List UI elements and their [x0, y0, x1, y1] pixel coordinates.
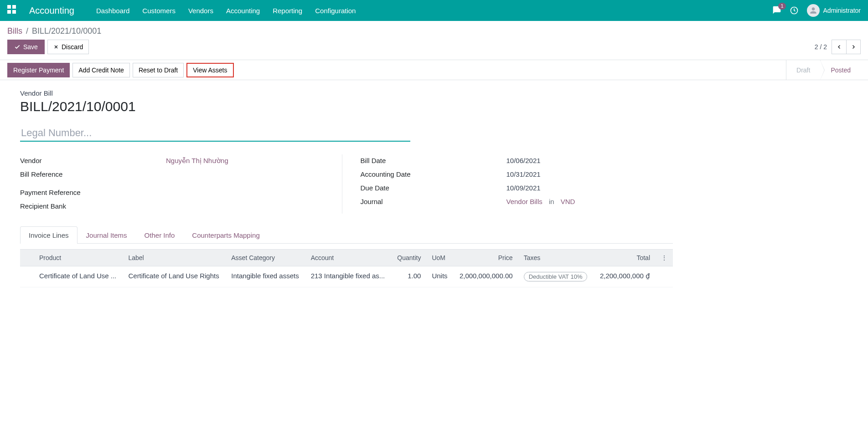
menu-reporting[interactable]: Reporting	[273, 7, 302, 15]
payment-reference-value[interactable]	[166, 189, 333, 198]
register-payment-button[interactable]: Register Payment	[7, 63, 70, 77]
activities-icon[interactable]	[790, 6, 799, 15]
reset-to-draft-button[interactable]: Reset to Draft	[133, 63, 184, 77]
discard-button-label: Discard	[62, 43, 83, 51]
bill-reference-value[interactable]	[166, 170, 333, 179]
col-options-icon[interactable]: ⋮	[656, 250, 673, 266]
recipient-bank-label: Recipient Bank	[20, 202, 166, 211]
journal-currency[interactable]: VND	[561, 198, 575, 205]
apps-icon[interactable]	[7, 5, 18, 16]
add-credit-note-button[interactable]: Add Credit Note	[72, 63, 130, 77]
invoice-lines-table: Product Label Asset Category Account Qua…	[20, 249, 673, 287]
action-bar: Register Payment Add Credit Note Reset t…	[0, 60, 868, 80]
col-price[interactable]: Price	[453, 250, 518, 266]
col-asset-category[interactable]: Asset Category	[226, 250, 305, 266]
cell-uom[interactable]: Units	[426, 266, 453, 287]
view-assets-button[interactable]: View Assets	[186, 63, 233, 77]
table-header-row: Product Label Asset Category Account Qua…	[20, 250, 673, 266]
pager: 2 / 2	[815, 40, 861, 54]
cell-product[interactable]: Certificate of Land Use ...	[34, 266, 123, 287]
discard-button[interactable]: Discard	[47, 40, 89, 54]
messaging-icon[interactable]: 1	[772, 5, 781, 16]
col-product[interactable]: Product	[34, 250, 123, 266]
close-icon	[53, 44, 59, 50]
bill-reference-label: Bill Reference	[20, 170, 166, 179]
due-date-label: Due Date	[361, 184, 506, 193]
breadcrumb-separator: /	[26, 26, 28, 36]
cell-quantity[interactable]: 1.00	[391, 266, 426, 287]
journal-in: in	[549, 198, 554, 205]
tab-counterparts-mapping[interactable]: Counterparts Mapping	[183, 226, 268, 244]
menu-customers[interactable]: Customers	[142, 7, 176, 15]
user-name: Administrator	[823, 7, 861, 14]
cell-account[interactable]: 213 Intangible fixed as...	[305, 266, 392, 287]
save-button[interactable]: Save	[7, 40, 45, 54]
pager-text[interactable]: 2 / 2	[815, 43, 827, 51]
page-title: BILL/2021/10/0001	[20, 99, 673, 114]
form-sheet: Vendor Bill BILL/2021/10/0001 Vendor Ngu…	[0, 80, 693, 296]
pager-next-button[interactable]	[846, 40, 861, 54]
tabs: Invoice Lines Journal Items Other Info C…	[20, 226, 673, 244]
journal-label: Journal	[361, 198, 506, 207]
journal-value: Vendor Bills in VND	[506, 198, 673, 207]
status-posted[interactable]: Posted	[820, 60, 861, 80]
bill-date-value[interactable]: 10/06/2021	[506, 157, 673, 166]
col-label[interactable]: Label	[123, 250, 226, 266]
cell-asset-category[interactable]: Intangible fixed assets	[226, 266, 305, 287]
save-button-label: Save	[23, 43, 38, 51]
recipient-bank-value[interactable]	[166, 202, 333, 211]
chevron-right-icon	[851, 44, 856, 50]
chevron-left-icon	[837, 44, 842, 50]
breadcrumb-root[interactable]: Bills	[7, 26, 22, 36]
navbar-right: 1 Administrator	[772, 4, 861, 17]
due-date-value[interactable]: 10/09/2021	[506, 184, 673, 193]
avatar-icon	[807, 4, 820, 17]
col-total[interactable]: Total	[594, 250, 656, 266]
tab-invoice-lines[interactable]: Invoice Lines	[20, 226, 78, 244]
col-account[interactable]: Account	[305, 250, 392, 266]
accounting-date-value[interactable]: 10/31/2021	[506, 170, 673, 179]
cell-price[interactable]: 2,000,000,000.00	[453, 266, 518, 287]
control-panel: Bills / BILL/2021/10/0001 Save Discard 2…	[0, 21, 868, 60]
col-quantity[interactable]: Quantity	[391, 250, 426, 266]
row-handle-icon[interactable]	[20, 266, 34, 287]
payment-reference-label: Payment Reference	[20, 189, 166, 198]
status-bar: Draft Posted	[786, 60, 861, 80]
journal-name[interactable]: Vendor Bills	[506, 198, 542, 205]
menu-configuration[interactable]: Configuration	[315, 7, 356, 15]
tab-other-info[interactable]: Other Info	[136, 226, 184, 244]
menu-vendors[interactable]: Vendors	[188, 7, 213, 15]
app-title[interactable]: Accounting	[29, 5, 74, 16]
vendor-value[interactable]: Nguyễn Thị Nhường	[166, 157, 333, 166]
user-menu[interactable]: Administrator	[807, 4, 861, 17]
vendor-label: Vendor	[20, 157, 166, 166]
col-uom[interactable]: UoM	[426, 250, 453, 266]
col-handle	[20, 250, 34, 266]
table-row[interactable]: Certificate of Land Use ... Certificate …	[20, 266, 673, 287]
menu-dashboard[interactable]: Dashboard	[96, 7, 129, 15]
breadcrumb: Bills / BILL/2021/10/0001	[0, 21, 868, 36]
status-draft[interactable]: Draft	[786, 60, 820, 80]
notification-badge: 1	[778, 3, 785, 10]
cell-label[interactable]: Certificate of Land Use Rights	[123, 266, 226, 287]
cell-total[interactable]: 2,200,000,000 ₫	[594, 266, 656, 287]
form-left-column: Vendor Nguyễn Thị Nhường Bill Reference …	[20, 154, 342, 214]
col-taxes[interactable]: Taxes	[518, 250, 594, 266]
cell-taxes[interactable]: Deductible VAT 10%	[518, 266, 594, 287]
main-menu: Dashboard Customers Vendors Accounting R…	[96, 7, 356, 15]
pager-prev-button[interactable]	[832, 40, 846, 54]
document-type-label: Vendor Bill	[20, 89, 673, 97]
tax-badge: Deductible VAT 10%	[524, 272, 588, 281]
tab-journal-items[interactable]: Journal Items	[78, 226, 136, 244]
cell-options	[656, 266, 673, 287]
bill-date-label: Bill Date	[361, 157, 506, 166]
accounting-date-label: Accounting Date	[361, 170, 506, 179]
legal-number-input[interactable]	[20, 125, 410, 142]
form-right-column: Bill Date 10/06/2021 Accounting Date 10/…	[361, 154, 673, 214]
check-icon	[14, 44, 21, 50]
breadcrumb-current: BILL/2021/10/0001	[32, 26, 101, 36]
top-navbar: Accounting Dashboard Customers Vendors A…	[0, 0, 868, 21]
menu-accounting[interactable]: Accounting	[226, 7, 260, 15]
